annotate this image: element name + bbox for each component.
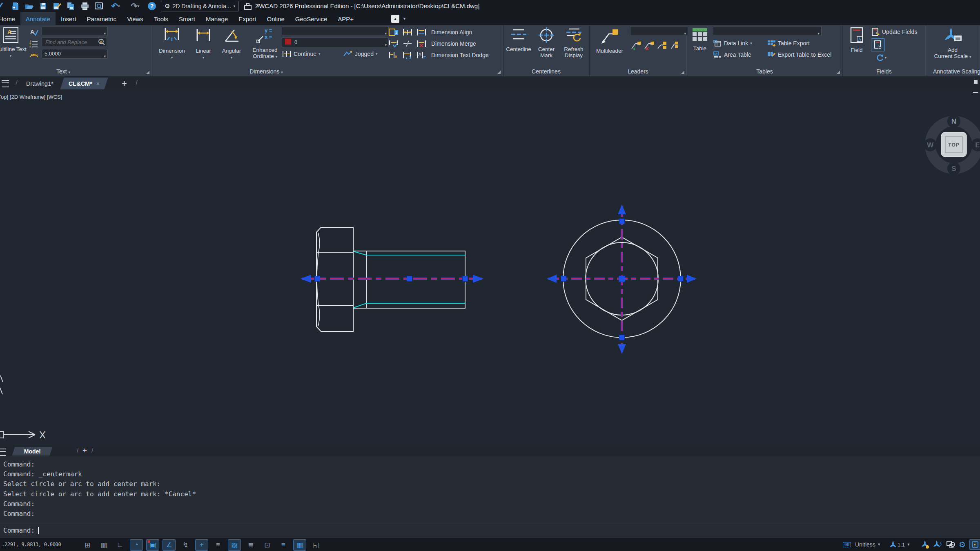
dimension-align-button[interactable]: Dimension Align (431, 27, 472, 37)
center-mark-button[interactable]: Center Mark (533, 26, 559, 58)
jogged-dimension-button[interactable]: Jogged▾ (343, 49, 377, 59)
tab-annotate[interactable]: Annotate (20, 12, 56, 25)
preview-icon[interactable] (94, 1, 104, 11)
auto-add-scale-icon[interactable] (933, 538, 943, 551)
grip-square[interactable] (619, 219, 625, 224)
panel-text-title[interactable]: Text ▾ (0, 68, 127, 75)
grip-square[interactable] (678, 276, 684, 282)
table-export-button[interactable]: Table Export (767, 38, 810, 48)
text-style-select[interactable]: ▾ (42, 26, 108, 36)
grip-arrow-left[interactable] (547, 275, 557, 283)
table-style-select[interactable]: ▾ (713, 26, 822, 36)
dim-layer-select[interactable]: 0▾ (282, 38, 389, 47)
dimension-text-dodge-button[interactable]: Dimension Text Dodge (431, 50, 489, 60)
undo-icon[interactable]: ↶▾ (108, 1, 123, 11)
snap-mode-icon[interactable]: ⊞ (81, 539, 94, 551)
dim-align-icon[interactable] (416, 28, 427, 37)
ribbon-pin-icon[interactable]: ▲ (391, 15, 399, 23)
field-display-toggle-icon[interactable] (871, 38, 885, 51)
add-layout-button[interactable]: + (82, 446, 87, 455)
open-file-icon[interactable] (24, 1, 34, 11)
object-snap-icon[interactable]: ▣ (146, 539, 159, 551)
dimensions-dialog-launcher[interactable] (497, 71, 501, 74)
tab-views[interactable]: Views (122, 12, 149, 25)
text-height-select[interactable]: 5.0000▾ (42, 49, 108, 59)
copy-icon[interactable] (66, 1, 76, 11)
collect-leaders-icon[interactable] (669, 40, 682, 51)
leaders-dialog-launcher[interactable] (681, 71, 684, 74)
grip-square-center[interactable] (619, 276, 625, 282)
tab-parametric[interactable]: Parametric (82, 12, 122, 25)
text-dialog-launcher[interactable] (146, 71, 149, 74)
field-refresh-icon[interactable]: ▾ (873, 53, 889, 62)
field-button[interactable]: A Field (845, 26, 869, 53)
dim-text-dodge-icon[interactable]: A (416, 51, 427, 60)
redo-icon[interactable]: ↷▾ (127, 1, 143, 11)
hardware-acceleration-icon[interactable] (969, 540, 980, 549)
lineweight-display-icon[interactable]: ≡ (212, 539, 225, 551)
dim-update-icon[interactable] (402, 51, 413, 60)
multileader-button[interactable]: Multileader (592, 26, 628, 54)
settings-gear-icon[interactable]: ⚙ (959, 538, 966, 551)
quick-properties-icon[interactable]: ≣ (244, 539, 257, 551)
angular-dimension-button[interactable]: Angular▾ (218, 26, 245, 61)
dim-check-icon[interactable] (388, 39, 399, 48)
grip-square[interactable] (619, 335, 625, 340)
new-doc-tab-button[interactable]: + (122, 78, 127, 89)
grip-arrow-right[interactable] (687, 275, 697, 283)
ribbon-collapse-icon[interactable]: ▼ (403, 17, 406, 21)
tab-geoservice[interactable]: GeoService (290, 12, 332, 25)
table-button[interactable]: Table (688, 26, 711, 51)
dimension-merge-button[interactable]: Dimension Merge (431, 39, 476, 49)
save-as-icon[interactable] (52, 1, 62, 11)
align-leaders-icon[interactable] (656, 40, 668, 51)
dim-break-icon[interactable]: 1 (388, 28, 399, 37)
drawing-viewport[interactable]: [Top] [2D Wireframe] [WCS] (0, 91, 980, 446)
bolt-centerline[interactable] (301, 275, 483, 283)
tab-insert[interactable]: Insert (56, 12, 82, 25)
spell-check-icon[interactable]: A (29, 28, 39, 37)
centerline-button[interactable]: Centerline (506, 26, 532, 52)
grip-square[interactable] (407, 276, 412, 282)
dynamic-ucs-icon[interactable]: ↯ (179, 539, 192, 551)
dim-delete-icon[interactable] (416, 39, 427, 48)
grip-arrow-right[interactable] (473, 275, 483, 283)
workspace-switcher[interactable]: ⚙ 2D Drafting & Annota... ▾ (161, 1, 239, 11)
text-numbering-icon[interactable]: 123 (29, 39, 39, 48)
view-compass[interactable]: N W S E TOP (924, 115, 980, 175)
grip-arrow-down[interactable] (618, 344, 626, 354)
grip-square[interactable] (315, 276, 320, 282)
enhanced-ordinate-button[interactable]: y =x = Enhanced Ordinate ▾ (248, 26, 282, 60)
tab-home[interactable]: Home (0, 12, 20, 25)
add-leader-icon[interactable] (630, 40, 642, 51)
grip-square[interactable] (463, 276, 468, 282)
find-replace-field[interactable]: A (42, 37, 107, 47)
selection-cycling-icon[interactable] (946, 538, 956, 551)
tab-tools[interactable]: Tools (149, 12, 174, 25)
annotation-lineweight-icon[interactable]: ≡ (277, 539, 290, 551)
doc-tab-drawing1[interactable]: Drawing1* (20, 78, 60, 89)
doc-tab-overflow-icon[interactable] (974, 80, 978, 84)
command-line-panel[interactable]: Command:Command: _centermarkSelect circl… (0, 456, 980, 538)
refresh-display-button[interactable]: Refresh Display (560, 26, 587, 58)
data-link-button[interactable]: Data Link▾ (713, 38, 752, 48)
find-magnifier-icon[interactable]: A (98, 38, 105, 47)
workspace-switch-icon[interactable]: ◱ (310, 539, 323, 551)
arc-text-icon[interactable]: ABC (29, 51, 39, 60)
find-replace-input[interactable] (42, 37, 107, 47)
layout-tab-model[interactable]: Model (12, 447, 53, 455)
add-current-scale-button[interactable]: Add Current Scale ▾ (933, 26, 972, 60)
command-prompt[interactable]: Command: (3, 527, 39, 534)
tab-smart[interactable]: Smart (174, 12, 200, 25)
grip-arrow-left[interactable] (301, 275, 311, 283)
dynamic-input-icon[interactable]: + (195, 539, 208, 551)
polar-tracking-icon[interactable]: ◔ (130, 539, 143, 551)
layout-menu-icon[interactable] (0, 449, 6, 456)
dimension-button[interactable]: Dimension▾ (156, 26, 188, 61)
update-fields-button[interactable]: Update Fields (871, 27, 917, 37)
tab-export[interactable]: Export (233, 12, 261, 25)
cycle-select-icon[interactable]: ⊡ (261, 539, 274, 551)
area-table-button[interactable]: M² Area Table (713, 50, 751, 60)
save-icon[interactable] (38, 1, 48, 11)
pointer-check-icon[interactable] (0, 1, 7, 11)
